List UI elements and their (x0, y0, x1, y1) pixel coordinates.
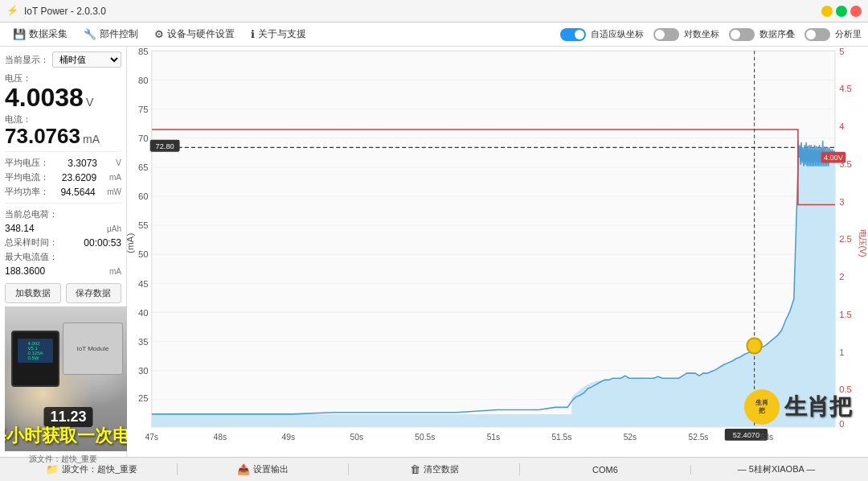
svg-text:2: 2 (839, 272, 844, 282)
action-buttons: 加载数据 保存数据 (5, 283, 121, 303)
watermark: 生肖把 生肖把 (744, 389, 852, 425)
stat-unit-2: mW (107, 187, 121, 196)
stat-label-2: 平均功率： (5, 186, 49, 198)
svg-text:53s: 53s (760, 433, 774, 442)
svg-text:47s: 47s (145, 433, 158, 442)
charge-value: 348.14 (5, 223, 35, 234)
svg-text:60: 60 (138, 191, 149, 201)
secondary-device: IoT Module (63, 323, 123, 375)
app-title: IoT Power - 2.0.3.0 (24, 6, 821, 17)
svg-text:51.5s: 51.5s (551, 433, 571, 442)
save-data-button[interactable]: 保存数据 (66, 283, 122, 303)
current-value: 73.0763 (5, 125, 80, 146)
svg-text:52.4070: 52.4070 (733, 430, 760, 438)
device-screen: 4.002V5.10.125A0.5W (18, 339, 53, 363)
device-ctrl-icon: 🔧 (84, 28, 96, 40)
voltage-unit: V (86, 96, 93, 109)
toggle-dual-axis-switch[interactable] (653, 28, 679, 41)
output-icon: 📤 (237, 463, 250, 475)
max-row: 最大电流值： (5, 251, 121, 263)
toggle-auto-scale-switch[interactable] (560, 28, 586, 41)
display-select[interactable]: 桶时值 (52, 51, 121, 68)
camera-feed: 4.002V5.10.125A0.5W IoT Module 11.23 每小时… (5, 306, 132, 451)
toggle-group: 自适应纵坐标 对数坐标 数据序叠 分析里 (560, 28, 862, 41)
load-data-button[interactable]: 加载数据 (5, 283, 61, 303)
toggle-dual-axis[interactable]: 对数坐标 (653, 28, 719, 41)
menu-device-settings-label: 设备与硬件设置 (167, 27, 235, 41)
voltage-value: 4.0038 (5, 84, 84, 110)
max-label: 最大电流值： (5, 251, 58, 263)
svg-text:40: 40 (138, 308, 149, 318)
svg-text:3: 3 (839, 196, 844, 206)
divider-1 (5, 151, 121, 152)
svg-text:65: 65 (138, 162, 149, 172)
chart-area[interactable]: 85 80 75 70 65 60 55 50 45 40 35 30 25 (… (127, 47, 868, 457)
status-port-label: COM6 (592, 465, 618, 475)
charge-unit: μAh (107, 224, 121, 233)
svg-text:55: 55 (138, 220, 149, 230)
svg-text:4.00V: 4.00V (824, 153, 844, 162)
watermark-badge: 生肖把 (744, 389, 780, 425)
stat-label-1: 平均电流： (5, 171, 49, 183)
voltage-block: 电压： 4.0038 V (5, 72, 121, 110)
svg-text:48s: 48s (214, 433, 227, 442)
stat-value-0: 3.3073 (68, 158, 97, 169)
stats-section: 平均电压： 3.3073 V 平均电流： 23.6209 mA 平均功率： 94… (5, 157, 121, 198)
display-row: 当前显示： 桶时值 (5, 51, 121, 68)
menu-about[interactable]: ℹ 关于与支援 (244, 25, 313, 43)
max-value: 188.3600 (5, 265, 45, 277)
camera-device: 4.002V5.10.125A0.5W (11, 331, 59, 387)
svg-text:电压(V): 电压(V) (858, 229, 867, 257)
maximize-button[interactable] (836, 6, 847, 17)
svg-point-48 (747, 338, 761, 353)
about-icon: ℹ (251, 28, 255, 40)
status-port: COM6 (520, 465, 691, 475)
svg-text:80: 80 (138, 76, 149, 85)
stat-row: 平均电压： 3.3073 V (5, 157, 121, 169)
watermark-badge-text: 生肖把 (755, 399, 768, 414)
minimize-button[interactable] (821, 6, 833, 17)
main-content: 当前显示： 桶时值 电压： 4.0038 V 电流： 73.0763 mA 平均… (0, 47, 868, 457)
app-icon: ⚡ (6, 5, 19, 18)
time-row: 总采样时间： 00:00:53 (5, 236, 121, 249)
divider-2 (5, 203, 121, 204)
svg-text:2.5: 2.5 (839, 234, 852, 244)
svg-text:50: 50 (138, 249, 149, 259)
stat-unit-1: mA (109, 173, 121, 182)
toggle-data-replay[interactable]: 数据序叠 (729, 28, 795, 41)
status-clear[interactable]: 🗑 清空数据 (349, 463, 520, 475)
svg-text:49s: 49s (282, 433, 296, 442)
toggle-data-replay-switch[interactable] (729, 28, 755, 41)
toggle-analysis-switch[interactable] (805, 28, 830, 41)
status-output[interactable]: 📤 设置输出 (178, 463, 349, 475)
svg-text:4: 4 (839, 121, 845, 131)
status-clear-label: 清空数据 (424, 463, 459, 475)
menu-device-ctrl[interactable]: 🔧 部件控制 (77, 25, 145, 43)
toggle-analysis[interactable]: 分析里 (805, 28, 862, 41)
toggle-dual-axis-label: 对数坐标 (684, 28, 719, 40)
charge-label: 当前总电荷： (5, 208, 58, 220)
titlebar: ⚡ IoT Power - 2.0.3.0 (0, 0, 868, 23)
menu-device-settings[interactable]: ⚙ 设备与硬件设置 (148, 25, 241, 43)
current-block: 电流： 73.0763 mA (5, 113, 121, 146)
stat-label-0: 平均电压： (5, 157, 49, 169)
data-record-icon: 💾 (13, 28, 26, 40)
display-label: 当前显示： (5, 54, 49, 66)
toggle-auto-scale[interactable]: 自适应纵坐标 (560, 28, 644, 41)
close-button[interactable] (850, 6, 862, 17)
svg-text:1.5: 1.5 (839, 310, 852, 319)
device-settings-icon: ⚙ (154, 28, 164, 40)
clear-icon: 🗑 (410, 463, 420, 475)
window-controls (821, 6, 862, 17)
svg-text:50.5s: 50.5s (415, 433, 435, 442)
svg-text:5: 5 (839, 47, 844, 56)
current-unit: mA (83, 133, 100, 146)
status-source[interactable]: 📁 源文件：超快_重要 (6, 463, 178, 475)
stat-value-2: 94.5644 (60, 187, 95, 198)
max-unit: mA (109, 267, 121, 276)
menu-data-record-label: 数据采集 (29, 27, 68, 41)
menu-data-record[interactable]: 💾 数据采集 (6, 25, 74, 43)
status-output-label: 设置输出 (253, 463, 289, 475)
camera-subtitle-text: 每小时获取一次电量 (5, 424, 132, 448)
menubar: 💾 数据采集 🔧 部件控制 ⚙ 设备与硬件设置 ℹ 关于与支援 自适应纵坐标 对… (0, 23, 868, 47)
